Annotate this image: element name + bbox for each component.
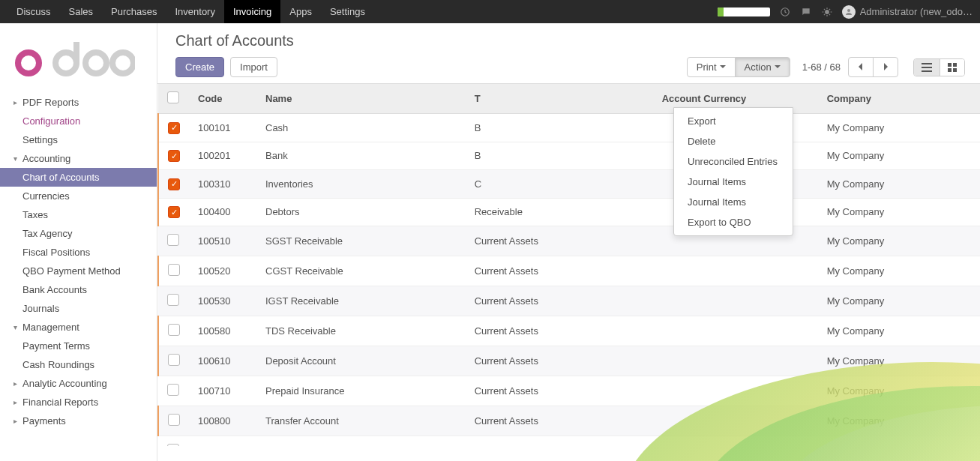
- cell-type: Current Assets: [466, 346, 653, 376]
- table-row[interactable]: 100580TDS ReceivableCurrent AssetsMy Com…: [158, 316, 980, 346]
- table-row[interactable]: 100520CGST ReceivableCurrent AssetsMy Co…: [158, 256, 980, 286]
- cell-type: Current Assets: [466, 286, 653, 316]
- cell-currency: [653, 256, 818, 286]
- nav-discuss[interactable]: Discuss: [7, 0, 60, 23]
- row-checkbox[interactable]: [168, 324, 180, 336]
- cell-company: My Company: [818, 346, 980, 376]
- sidebar-item-currencies[interactable]: Currencies: [0, 187, 157, 205]
- chat-icon[interactable]: [800, 6, 812, 18]
- row-checkbox[interactable]: [168, 414, 180, 426]
- pager-text: 1-68 / 68: [802, 61, 841, 73]
- row-checkbox[interactable]: [167, 234, 179, 246]
- sidebar-item-chart-of-accounts[interactable]: Chart of Accounts: [0, 168, 157, 187]
- cell-company: My Company: [818, 170, 980, 199]
- table-row[interactable]: 100310InventoriesCMy Company: [158, 170, 980, 199]
- table-row[interactable]: 100400DebtorsReceivableMy Company: [158, 198, 980, 226]
- pager-prev-button[interactable]: [848, 57, 874, 77]
- row-checkbox[interactable]: [167, 384, 179, 396]
- sidebar-group-analytic-accounting[interactable]: ▸Analytic Accounting: [0, 374, 157, 393]
- sidebar-item-journals[interactable]: Journals: [0, 299, 157, 318]
- bug-icon[interactable]: [821, 6, 833, 18]
- user-menu[interactable]: Administrator (new_odo…: [842, 5, 973, 19]
- cell-name: Debtors: [256, 198, 466, 226]
- kanban-view-button[interactable]: [940, 59, 964, 76]
- sidebar-item-cash-roundings[interactable]: Cash Roundings: [0, 355, 157, 374]
- dropdown-item-journal-items[interactable]: Journal Items: [674, 192, 793, 212]
- sidebar-item-qbo-payment-method[interactable]: QBO Payment Method: [0, 262, 157, 280]
- row-checkbox[interactable]: [168, 354, 180, 366]
- cell-currency: [653, 376, 818, 406]
- row-checkbox[interactable]: [168, 206, 180, 218]
- print-button[interactable]: Print: [687, 57, 736, 77]
- svg-rect-12: [953, 63, 957, 67]
- col-code[interactable]: Code: [189, 84, 256, 114]
- sidebar-item-tax-agency[interactable]: Tax Agency: [0, 224, 157, 243]
- sidebar-item-settings[interactable]: Settings: [0, 130, 157, 149]
- sidebar-group-management[interactable]: ▾Management: [0, 318, 157, 337]
- table-row[interactable]: 100710Prepaid InsuranceCurrent AssetsMy …: [158, 376, 980, 406]
- table-row[interactable]: 100530IGST ReceivableCurrent AssetsMy Co…: [158, 286, 980, 316]
- caret-icon: ▸: [13, 98, 19, 106]
- col-type[interactable]: T: [466, 84, 653, 114]
- sidebar-item-bank-accounts[interactable]: Bank Accounts: [0, 280, 157, 299]
- cell-name: IGST Receivable: [256, 286, 466, 316]
- sidebar-group-financial-reports[interactable]: ▸Financial Reports: [0, 393, 157, 412]
- cell-name: Bank: [256, 142, 466, 170]
- action-button[interactable]: Action: [735, 57, 790, 77]
- table-row[interactable]: 101100BuildingsFixed AssetsMy Company: [158, 436, 980, 447]
- cell-code: 101100: [189, 436, 256, 447]
- cell-name: Prepaid Insurance: [256, 376, 466, 406]
- col-company[interactable]: Company: [818, 84, 980, 114]
- nav-sales[interactable]: Sales: [60, 0, 103, 23]
- table-row[interactable]: 100510SGST ReceivableCurrent AssetsMy Co…: [158, 226, 980, 256]
- create-button[interactable]: Create: [175, 57, 224, 77]
- sidebar-item-fiscal-positions[interactable]: Fiscal Positions: [0, 243, 157, 262]
- dropdown-item-export[interactable]: Export: [674, 111, 793, 131]
- dropdown-item-export-to-qbo[interactable]: Export to QBO: [674, 212, 793, 232]
- sidebar-item-taxes[interactable]: Taxes: [0, 205, 157, 224]
- import-button[interactable]: Import: [230, 57, 277, 77]
- dropdown-item-delete[interactable]: Delete: [674, 131, 793, 151]
- nav-apps[interactable]: Apps: [280, 0, 321, 23]
- row-checkbox[interactable]: [168, 150, 180, 162]
- list-view-button[interactable]: [914, 59, 940, 76]
- row-checkbox[interactable]: [167, 444, 179, 446]
- cell-name: Transfer Account: [256, 406, 466, 436]
- cell-name: Deposit Account: [256, 346, 466, 376]
- nav-inventory[interactable]: Inventory: [166, 0, 223, 23]
- cell-company: My Company: [818, 376, 980, 406]
- sidebar-group-payments[interactable]: ▸Payments: [0, 412, 157, 430]
- row-checkbox[interactable]: [167, 294, 179, 306]
- cell-code: 100510: [189, 226, 256, 256]
- table-row[interactable]: 100610Deposit AccountCurrent AssetsMy Co…: [158, 346, 980, 376]
- table-row[interactable]: 100201BankBMy Company: [158, 142, 980, 170]
- pager-next-button[interactable]: [873, 57, 898, 77]
- table-row[interactable]: 100800Transfer AccountCurrent AssetsMy C…: [158, 406, 980, 436]
- svg-rect-9: [922, 67, 932, 68]
- row-checkbox[interactable]: [168, 264, 180, 276]
- col-name[interactable]: Name: [256, 84, 466, 114]
- select-all-checkbox[interactable]: [167, 91, 179, 103]
- sidebar-item-payment-terms[interactable]: Payment Terms: [0, 337, 157, 355]
- svg-point-5: [85, 52, 106, 73]
- table-row[interactable]: 100101CashBMy Company: [158, 114, 980, 142]
- svg-point-3: [18, 52, 39, 73]
- nav-purchases[interactable]: Purchases: [102, 0, 166, 23]
- row-checkbox[interactable]: [168, 122, 180, 134]
- cell-currency: [653, 346, 818, 376]
- sidebar-group-pdf-reports[interactable]: ▸PDF Reports: [0, 93, 157, 112]
- accounts-table: Code Name T Account Currency Company 100…: [157, 84, 980, 446]
- caret-icon: ▾: [13, 154, 19, 163]
- logo: [0, 23, 157, 93]
- nav-invoicing[interactable]: Invoicing: [224, 0, 280, 23]
- nav-settings[interactable]: Settings: [321, 0, 374, 23]
- clock-icon[interactable]: [779, 6, 791, 18]
- svg-rect-13: [948, 68, 952, 72]
- cell-name: Cash: [256, 114, 466, 142]
- sidebar-group-configuration[interactable]: Configuration: [0, 112, 157, 130]
- top-nav: DiscussSalesPurchasesInventoryInvoicingA…: [0, 0, 980, 23]
- dropdown-item-journal-items[interactable]: Journal Items: [674, 172, 793, 192]
- dropdown-item-unreconciled-entries[interactable]: Unreconciled Entries: [674, 151, 793, 172]
- sidebar-group-accounting[interactable]: ▾Accounting: [0, 149, 157, 168]
- row-checkbox[interactable]: [168, 178, 180, 190]
